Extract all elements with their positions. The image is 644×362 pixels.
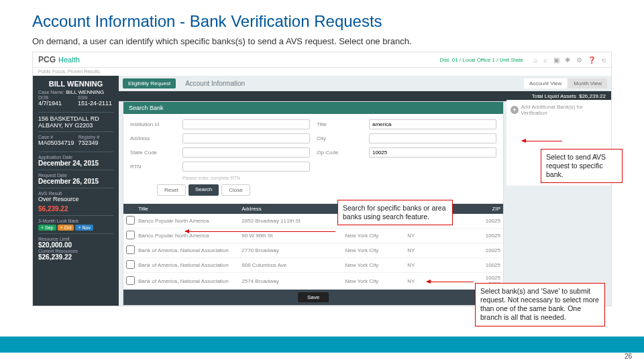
callout-2: Search for specific banks or area banks … — [337, 200, 453, 225]
slide-title: Account Information - Bank Verification … — [32, 12, 612, 31]
main-panel: Eligibility Request Account Information … — [119, 76, 611, 306]
result-row[interactable]: Bank of America, National Association808… — [123, 258, 503, 273]
callout-1-arrow — [522, 141, 562, 141]
brand-main: PCG — [38, 55, 56, 64]
home-icon[interactable]: ⌂ — [534, 56, 538, 64]
avs-amount: $6,239.22 — [38, 205, 113, 213]
case-number: MA05034719 — [38, 139, 74, 146]
app-date: December 24, 2015 — [38, 160, 113, 167]
app-window: PCG Health Dist. 01 / Local Office 1 / U… — [32, 52, 612, 306]
institution-input[interactable] — [182, 119, 310, 129]
close-button[interactable]: Close — [221, 184, 250, 196]
tab-account-view[interactable]: Account View — [524, 78, 567, 88]
brand-tagline: Public Focus. Proven Results. — [38, 69, 101, 74]
help-icon[interactable]: ❓ — [588, 56, 596, 64]
title-label: Title — [317, 121, 369, 127]
tab-eligibility[interactable]: Eligibility Request — [123, 78, 176, 88]
registry-label: Registry # — [78, 135, 113, 139]
gear-icon[interactable]: ⚙ — [576, 56, 582, 64]
modal-title: Search Bank — [123, 102, 503, 114]
title-input[interactable] — [369, 119, 496, 129]
rtn-label: RTN — [130, 164, 182, 170]
top-icons: ⌂ ⌕ ▣ ✱ ⚙ ❓ ⎋ — [530, 56, 606, 64]
month-nov[interactable]: + Nov — [75, 225, 93, 231]
institution-label: Institution Id — [130, 121, 182, 127]
zip-label: Zip Code — [317, 149, 369, 156]
callout-1: Select to send AVS request to specific b… — [541, 149, 623, 183]
app-date-label: Application Date — [38, 155, 113, 160]
star-icon[interactable]: ✱ — [565, 56, 570, 64]
registry-number: 732349 — [78, 139, 113, 146]
address: 156 BASKETDALL RD ALBANY, NY G2203 — [38, 115, 113, 129]
row-checkbox[interactable] — [126, 245, 135, 254]
callout-3-arrow — [427, 282, 474, 282]
col-title: Title — [138, 206, 241, 212]
address-label: Address — [130, 135, 182, 141]
row-checkbox[interactable] — [126, 276, 135, 285]
row-checkbox[interactable] — [126, 231, 135, 239]
result-row[interactable]: Bank of America, National Association277… — [123, 243, 503, 258]
search-button[interactable]: Search — [189, 184, 219, 196]
avs-result: Over Resource — [38, 196, 113, 202]
lookback-label: 3-Month Look Back — [38, 219, 113, 223]
topbar: PCG Health Dist. 01 / Local Office 1 / U… — [33, 52, 611, 68]
tab-month-view[interactable]: Month View — [568, 78, 607, 88]
case-person: BILL WENNING — [38, 80, 113, 88]
request-date-label: Request Date — [38, 173, 113, 178]
user-icon[interactable]: ▣ — [553, 56, 559, 64]
rtn-input[interactable] — [182, 162, 310, 172]
col-zip: ZIP — [459, 206, 500, 212]
slide-subtitle: On demand, a user can identify which spe… — [32, 36, 612, 46]
search-icon[interactable]: ⌕ — [543, 56, 547, 64]
row-checkbox[interactable] — [126, 216, 135, 225]
plus-icon: + — [511, 106, 519, 114]
callout-3: Select bank(s) and 'Save' to submit requ… — [475, 283, 605, 326]
brand: PCG Health — [38, 55, 80, 64]
page-number: 26 — [625, 353, 632, 360]
callout-2-arrow — [185, 231, 335, 232]
state-label: State Code — [130, 149, 182, 156]
rtn-hint: Please enter complete RTN — [182, 176, 310, 180]
zip-input[interactable] — [369, 147, 496, 158]
request-date: December 26, 2015 — [38, 178, 113, 185]
section-title: Account Information — [185, 80, 519, 87]
city-label: City — [317, 135, 369, 141]
current-resources-label: Current Resources — [38, 249, 113, 253]
logout-icon[interactable]: ⎋ — [602, 56, 606, 64]
case-name: BILL WENNING — [66, 89, 104, 95]
footer-bar — [0, 337, 644, 353]
address-input[interactable] — [182, 133, 310, 143]
month-oct[interactable]: + Oct — [58, 225, 74, 231]
month-sep[interactable]: + Sep — [38, 225, 56, 231]
dob-label: DOB — [38, 95, 74, 100]
avs-result-label: AVS Result — [38, 191, 113, 196]
add-bank-button[interactable]: + Add Additional Bank(s) for Verificatio… — [511, 104, 607, 116]
add-bank-label: Add Additional Bank(s) for Verification — [521, 104, 607, 116]
ssn-label: SSN — [78, 95, 113, 100]
lookback-months: + Sep + Oct + Nov — [38, 225, 113, 231]
assets-label: Total Liquid Assets — [532, 93, 576, 99]
city-input[interactable] — [369, 133, 496, 143]
reset-button[interactable]: Reset — [157, 184, 186, 196]
case-label: Case # — [38, 135, 74, 139]
ssn: 151-24-2111 — [78, 100, 113, 107]
row-checkbox[interactable] — [126, 260, 135, 269]
brand-sub: Health — [58, 56, 80, 64]
dob: 4/7/1941 — [38, 100, 74, 107]
resource-limit: $20,000.00 — [38, 241, 113, 249]
save-button[interactable]: Save — [298, 292, 329, 302]
breadcrumb: Dist. 01 / Local Office 1 / Unit State — [440, 57, 523, 63]
sidebar: BILL WENNING Case Name: BILL WENNING DOB… — [33, 76, 119, 306]
state-input[interactable] — [182, 147, 310, 158]
case-name-label: Case Name: — [38, 90, 64, 95]
col-address: Address — [241, 206, 345, 212]
assets-amount: $26,239.22 — [579, 93, 606, 99]
resource-limit-label: Resource Limit — [38, 237, 113, 241]
current-resources: $26,239.22 — [38, 253, 113, 261]
